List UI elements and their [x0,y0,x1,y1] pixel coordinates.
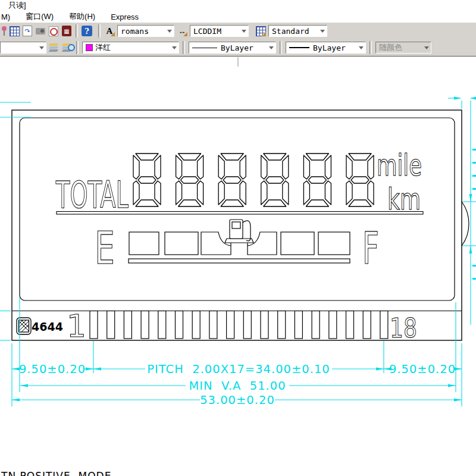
chevron-down-icon[interactable] [267,42,275,53]
connector-pin [192,311,200,339]
table-style-select[interactable]: Standard [268,25,327,37]
separator [76,41,79,54]
menu-item-express[interactable]: Express [109,12,146,21]
linetype-select[interactable]: ByLayer [189,42,276,54]
connector-pin [227,311,234,339]
text-style-value: romans [121,27,149,36]
edge-bump-arc [462,202,469,246]
menu-item-m[interactable]: M) [0,12,17,21]
separator [98,24,101,37]
menu-item-window[interactable]: 窗口(W) [24,11,61,22]
fuel-empty-label: E [95,223,115,274]
fuel-segment [129,232,159,255]
dim-style-select[interactable]: LCDDIM [190,25,249,37]
layer-previous-icon[interactable] [48,42,60,54]
chevron-down-icon[interactable] [165,26,174,36]
linetype-value: ByLayer [221,43,253,52]
connector-pin [158,311,166,339]
connector-pin [312,311,320,339]
seven-segment-digit [133,154,161,206]
plot-style-select: 随颜色 [375,42,431,54]
toolbar-row-1: ↷ ▦ ? A romans ↔ LCDDIM Standard [0,23,476,39]
separator [280,41,282,54]
seven-segment-digit [218,154,246,206]
seven-segment-digit [261,154,289,206]
color-select[interactable]: 洋红 [82,42,179,54]
mile-label: mile [377,148,422,183]
fuel-gauge-row: E F [95,220,379,274]
background-icon[interactable] [35,25,46,37]
text-style-select[interactable]: romans [117,25,174,37]
statistics-icon[interactable]: ▦ [61,25,73,37]
connector-pin [329,311,337,339]
toolbar-row-2: 洋红 ByLayer ByLayer 随颜色 [0,39,476,56]
dim-min-va: MIN V.A 51.00 [189,379,286,393]
chevron-down-icon[interactable] [37,42,46,53]
menu-item-help[interactable]: 帮助(H) [68,11,102,22]
layer-states-icon[interactable] [61,42,73,54]
dim-overall: 53.00±0.20 [200,393,275,407]
pins [90,311,388,339]
help-icon[interactable]: ? [81,25,93,37]
linetype-sample [192,48,217,48]
chevron-down-icon[interactable] [318,26,327,36]
connector-pin [90,311,98,339]
fuel-segment [201,232,231,255]
window-title: 只读] [8,1,26,10]
fuel-underline [129,259,350,263]
application-window: { "window": { "title_fragment": "只读]" },… [0,0,476,476]
plot-style-value: 随颜色 [379,42,402,53]
pin-strip: 4644 1 18 [17,308,417,344]
dimension-layer: 9.50±0.20 PITCH 2.00X17=34.00±0.10 9.50±… [0,97,476,407]
chevron-down-icon [422,42,431,53]
color-value: 洋红 [95,42,111,53]
connector-pin [107,311,115,339]
seven-segment-digits [133,154,374,206]
logo-mark [17,318,31,334]
mapping-icon[interactable]: ↷ [21,25,33,37]
chevron-down-icon[interactable] [170,42,178,53]
seven-segment-digit [303,154,331,206]
lights-icon[interactable] [1,25,7,37]
logo-number: 4644 [32,320,63,333]
dim-left-margin: 9.50±0.20 [19,362,86,376]
lineweight-select[interactable]: ByLayer [286,42,366,54]
connector-pin [278,311,286,339]
materials-icon[interactable] [8,25,20,37]
fuel-segment [281,232,314,255]
connector-pin [141,311,149,339]
connector-pin [261,311,268,339]
dim-style-icon[interactable]: ↔ [176,25,188,37]
lineweight-value: ByLayer [313,43,346,52]
connector-pin [346,311,354,339]
connector-pin [176,311,183,339]
fuel-segment [248,232,277,255]
layer-select[interactable] [0,42,46,54]
window-chrome: 只读] M) 窗口(W) 帮助(H) Express ↷ ▦ ? A roman… [0,0,476,57]
chevron-down-icon[interactable] [239,26,248,36]
fuel-segment [165,232,198,255]
menubar: M) 窗口(W) 帮助(H) Express [0,11,476,23]
fuel-pump-icon [225,220,253,246]
fog-icon[interactable] [48,25,60,37]
connector-pin [124,311,131,339]
fuel-full-label: F [362,223,379,274]
text-style-icon[interactable]: A [104,25,115,37]
seven-segment-digit [346,154,374,206]
dimension-arrows [12,97,476,402]
odometer-underline [57,212,423,215]
pin-first-label: 1 [67,308,86,344]
dim-style-value: LCDDIM [193,27,221,36]
table-style-icon[interactable] [255,25,267,37]
connector-pin [363,311,371,339]
total-label: TOTAL [55,173,129,217]
mode-note: TN POSITIVE MODE [1,470,111,476]
chevron-down-icon[interactable] [356,42,365,53]
table-style-value: Standard [272,27,309,36]
connector-pin [380,311,388,339]
titlebar: 只读] [0,0,476,11]
dim-right-margin: 9.50±0.20 [389,362,456,376]
drawing-canvas[interactable]: TOTAL mile km E F [0,0,476,476]
odometer-row: TOTAL mile km [55,148,423,217]
dim-pitch: PITCH 2.00X17=34.00±0.10 [147,362,330,376]
